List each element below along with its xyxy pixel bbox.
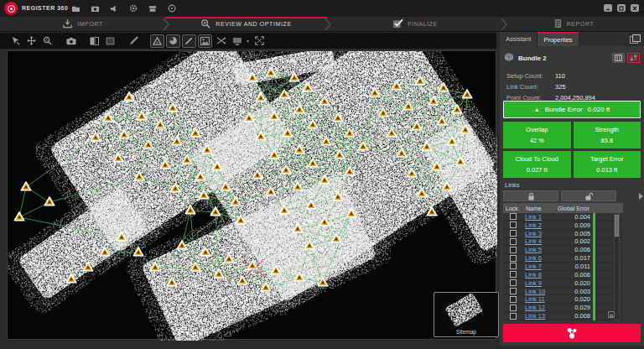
workflow-tab-finalize[interactable]: FINALIZE [327, 17, 503, 31]
display-mode-button[interactable] [230, 34, 244, 48]
lock-checkbox[interactable] [510, 255, 517, 262]
link-name[interactable]: Link 2 [523, 221, 555, 229]
link-row[interactable]: Link 90.020 [503, 279, 623, 288]
lock-checkbox[interactable] [510, 238, 517, 245]
close-button[interactable] [631, 4, 639, 12]
link-name[interactable]: Link 4 [523, 237, 555, 245]
optimize-bundle-button[interactable] [503, 324, 641, 342]
show-links-button[interactable] [214, 34, 228, 48]
pan-button[interactable] [24, 34, 39, 48]
show-targets-button[interactable] [150, 34, 164, 48]
maximize-button[interactable] [617, 4, 626, 12]
column-header-name[interactable]: Name [523, 206, 555, 211]
panel-tab-assistant[interactable]: Assistant [500, 32, 538, 46]
fit-view-button[interactable] [252, 34, 267, 48]
link-name[interactable]: Link 3 [523, 230, 555, 237]
show-images-button[interactable] [198, 34, 212, 48]
panel-collapse-button[interactable] [629, 34, 641, 44]
panel-tab-properties[interactable]: Properties [538, 32, 579, 46]
link-name[interactable]: Link 6 [523, 254, 555, 262]
lock-checkbox[interactable] [510, 305, 517, 311]
link-row[interactable]: Link 40.002 [503, 238, 623, 247]
setup-marker-icon[interactable] [14, 212, 24, 221]
archive-icon[interactable] [148, 3, 158, 13]
scrollbar-thumb[interactable] [615, 215, 619, 237]
metric-tile-target-error[interactable]: Target Error0.013 ft [574, 151, 641, 178]
link-row[interactable]: Link 130.008 [503, 312, 623, 320]
link-row[interactable]: Link 110.020 [503, 295, 623, 304]
link-row[interactable]: Link 50.006 [503, 246, 623, 254]
link-name[interactable]: Link 12 [523, 304, 555, 311]
link-row[interactable]: Link 20.009 [503, 221, 623, 230]
metric-tile-cloud-to-cloud[interactable]: Cloud To Cloud0.027 ft [503, 151, 571, 178]
link-name[interactable]: Link 5 [523, 246, 555, 253]
workflow-tab-import[interactable]: IMPORT [0, 17, 165, 31]
sitemap-thumbnail[interactable]: Sitemap [434, 292, 499, 337]
lock-checkbox[interactable] [510, 247, 517, 253]
link-row[interactable]: Link 120.029 [503, 304, 623, 312]
link-name[interactable]: Link 13 [523, 312, 555, 320]
metric-tile-overlap[interactable]: Overlap42 % [503, 122, 571, 148]
camera-view-button[interactable] [64, 34, 78, 48]
links-scrollbar[interactable] [614, 213, 620, 320]
select-button[interactable] [8, 34, 23, 48]
zoom-fit-button[interactable] [40, 34, 55, 48]
bundle-error-button[interactable]: ▲ Bundle Error 0.020 ft [503, 101, 641, 118]
lock-checkbox[interactable] [510, 263, 517, 269]
lock-checkbox[interactable] [510, 213, 517, 220]
workflow-tab-review-and-optimize[interactable]: REVIEW AND OPTIMIZE [165, 17, 327, 31]
show-annotations-button[interactable] [182, 34, 196, 48]
lock-all-button[interactable] [503, 190, 558, 201]
link-row[interactable]: Link 100.003 [503, 288, 623, 296]
link-name[interactable]: Link 7 [523, 263, 555, 270]
lock-checkbox[interactable] [510, 230, 517, 237]
lock-checkbox[interactable] [510, 279, 517, 286]
table-options-button[interactable] [608, 311, 615, 318]
workflow-tab-report[interactable]: REPORT [503, 17, 644, 31]
register360-window: REGISTER 360 IMPORTREVIEW AND OPTIMIZEFI… [0, 0, 644, 349]
help-icon[interactable] [167, 3, 177, 13]
lock-checkbox[interactable] [510, 271, 517, 278]
link-name[interactable]: Link 8 [523, 271, 555, 279]
setup-marker-icon[interactable] [21, 182, 31, 190]
lock-checkbox[interactable] [510, 221, 517, 228]
list-view-button[interactable] [612, 53, 625, 63]
show-overlap-button[interactable] [166, 34, 180, 48]
sitemap-label: Sitemap [434, 329, 498, 335]
camera-icon[interactable] [90, 3, 100, 13]
link-row[interactable]: Link 30.005 [503, 230, 623, 238]
bundle-header: Bundle 2 [500, 49, 644, 67]
link-name[interactable]: Link 10 [523, 288, 555, 295]
measure-button[interactable] [127, 34, 141, 48]
title-bar: REGISTER 360 [0, 0, 644, 17]
lock-checkbox[interactable] [510, 296, 517, 303]
metric-tile-strength[interactable]: Strength83.8 [574, 122, 641, 148]
pointcloud-canvas[interactable]: Sitemap [7, 50, 496, 340]
link-name[interactable]: Link 9 [523, 279, 555, 287]
link-row[interactable]: Link 10.004 [503, 213, 623, 221]
lock-cell [503, 238, 523, 245]
panel-tabs: AssistantProperties [500, 32, 644, 46]
grid-view-button[interactable] [627, 53, 640, 63]
link-row[interactable]: Link 80.006 [503, 271, 623, 279]
panel-expander-arrow[interactable] [637, 190, 644, 203]
single-view-button[interactable] [103, 34, 117, 48]
link-row[interactable]: Link 70.011 [503, 263, 623, 271]
pointcloud-map[interactable] [8, 51, 497, 341]
lock-checkbox[interactable] [510, 313, 517, 320]
folder-icon[interactable] [70, 3, 80, 13]
lock-checkbox[interactable] [510, 288, 517, 294]
speaker-icon[interactable] [109, 3, 119, 13]
app-logo-icon [4, 2, 18, 15]
minimize-button[interactable] [604, 4, 612, 12]
dropdown-caret-icon[interactable]: ▼ [246, 39, 250, 44]
column-header-global-error[interactable]: Global Error [555, 206, 609, 211]
link-name[interactable]: Link 11 [523, 295, 555, 303]
split-view-button[interactable] [87, 34, 101, 48]
settings-icon[interactable] [128, 3, 138, 13]
quality-metric-tiles: Overlap42 %Strength83.8Cloud To Cloud0.0… [503, 122, 641, 178]
unlock-all-button[interactable] [561, 190, 616, 201]
link-row[interactable]: Link 60.017 [503, 254, 623, 263]
column-header-lock[interactable]: Lock [503, 206, 523, 211]
link-name[interactable]: Link 1 [523, 213, 555, 221]
